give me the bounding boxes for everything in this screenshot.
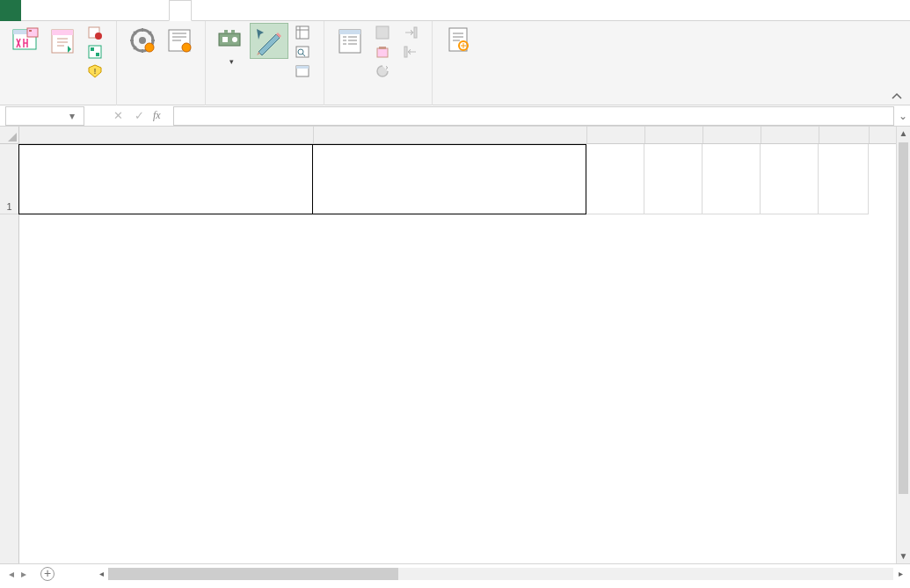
macro-security-button[interactable]: ! (84, 62, 109, 81)
scroll-thumb[interactable] (108, 568, 398, 580)
svg-point-7 (95, 33, 102, 40)
insert-function-icon[interactable]: fx (153, 109, 161, 122)
tab-file[interactable] (0, 0, 21, 21)
insert-control-button[interactable]: ▾ (213, 23, 250, 66)
column-header-E[interactable] (703, 127, 761, 143)
com-addins-icon (165, 26, 193, 54)
svg-point-21 (232, 37, 237, 42)
horizontal-scrollbar[interactable]: ◂ ▸ (95, 568, 906, 580)
svg-rect-33 (449, 28, 467, 51)
tab-insert[interactable] (42, 0, 63, 21)
tab-home[interactable] (21, 0, 42, 21)
tab-formulas[interactable] (84, 0, 106, 21)
source-button[interactable] (331, 23, 368, 57)
svg-rect-31 (414, 27, 417, 38)
svg-rect-29 (376, 26, 389, 39)
svg-rect-18 (224, 30, 228, 33)
macros-button[interactable] (44, 23, 81, 57)
cell[interactable] (703, 144, 761, 214)
name-box[interactable]: ▾ (5, 106, 84, 126)
export-button (400, 42, 425, 62)
column-header-F[interactable] (761, 127, 819, 143)
svg-point-14 (145, 43, 154, 52)
column-header-B[interactable] (314, 127, 587, 143)
scroll-right-icon[interactable]: ▸ (894, 569, 906, 578)
run-dialog-button[interactable] (292, 62, 317, 81)
tab-review[interactable] (127, 0, 148, 21)
cancel-formula-icon[interactable]: ✕ (107, 109, 128, 122)
group-xml (324, 21, 433, 105)
use-relative-button[interactable] (84, 42, 109, 62)
cell-A1[interactable] (18, 144, 313, 214)
add-sheet-button[interactable]: + (35, 565, 60, 582)
sheet-bar: ◂ ▸ + ◂ ▸ (0, 563, 910, 583)
cells-area[interactable] (19, 144, 896, 563)
svg-rect-28 (339, 30, 360, 34)
group-addins (117, 21, 206, 105)
column-header-C[interactable] (587, 127, 645, 143)
column-header-G[interactable] (819, 127, 870, 143)
column-header-D[interactable] (645, 127, 703, 143)
sheet-nav-next-icon[interactable]: ▸ (21, 568, 26, 580)
addins-button[interactable] (124, 23, 161, 57)
name-box-dropdown-icon[interactable]: ▾ (66, 110, 78, 122)
import-icon (404, 25, 418, 40)
tab-developer[interactable] (169, 0, 192, 21)
svg-rect-30 (377, 48, 388, 57)
svg-point-13 (139, 37, 146, 44)
macro-security-icon: ! (88, 64, 102, 78)
svg-rect-10 (96, 53, 99, 56)
group-code: ! (0, 21, 117, 105)
svg-text:!: ! (94, 67, 97, 76)
select-all-corner[interactable] (0, 127, 19, 144)
design-mode-icon (255, 27, 283, 55)
column-header-A[interactable] (19, 127, 314, 143)
source-icon (336, 26, 364, 54)
record-macro-icon (88, 25, 102, 40)
cell[interactable] (586, 144, 644, 214)
cell[interactable] (761, 144, 819, 214)
svg-rect-3 (29, 30, 32, 32)
com-addins-button[interactable] (161, 23, 198, 57)
sheet-nav: ◂ ▸ (0, 568, 35, 580)
row-headers: 1 (0, 144, 19, 563)
record-macro-button[interactable] (84, 23, 109, 42)
sheet-nav-prev-icon[interactable]: ◂ (9, 568, 14, 580)
cell[interactable] (644, 144, 703, 214)
scroll-left-icon[interactable]: ◂ (95, 569, 107, 578)
formula-input[interactable] (173, 106, 894, 126)
visual-basic-button[interactable] (7, 23, 44, 57)
cell-B1[interactable] (313, 144, 586, 214)
tab-page-layout[interactable] (63, 0, 84, 21)
scroll-down-icon[interactable]: ▼ (897, 549, 910, 563)
export-icon (404, 45, 418, 59)
row-header-1[interactable]: 1 (0, 144, 18, 214)
visual-basic-icon (11, 26, 40, 54)
tab-data[interactable] (106, 0, 127, 21)
properties-icon (295, 25, 309, 40)
scroll-track[interactable] (108, 568, 893, 580)
doc-panel-button[interactable] (440, 23, 477, 57)
svg-point-16 (182, 43, 191, 52)
scroll-thumb[interactable] (899, 142, 908, 494)
map-props-icon (375, 25, 389, 40)
insert-control-icon (217, 26, 245, 54)
expansion-button[interactable] (372, 42, 397, 62)
use-relative-icon (88, 45, 102, 59)
vertical-scrollbar[interactable]: ▲ ▼ (896, 127, 910, 563)
plus-icon: + (40, 567, 55, 581)
cell[interactable] (819, 144, 869, 214)
collapse-ribbon-icon[interactable] (889, 91, 905, 103)
expansion-icon (375, 45, 389, 59)
svg-rect-22 (296, 26, 309, 39)
tab-view[interactable] (148, 0, 169, 21)
design-mode-button[interactable] (250, 23, 288, 59)
view-code-button[interactable] (292, 42, 317, 62)
scroll-up-icon[interactable]: ▲ (897, 127, 910, 141)
properties-button[interactable] (292, 23, 317, 42)
expand-formula-bar-icon[interactable]: ⌄ (896, 110, 910, 122)
import-button (400, 23, 425, 42)
svg-rect-9 (91, 47, 94, 51)
accept-formula-icon[interactable]: ✓ (128, 109, 149, 122)
ribbon-tabs (0, 0, 910, 21)
